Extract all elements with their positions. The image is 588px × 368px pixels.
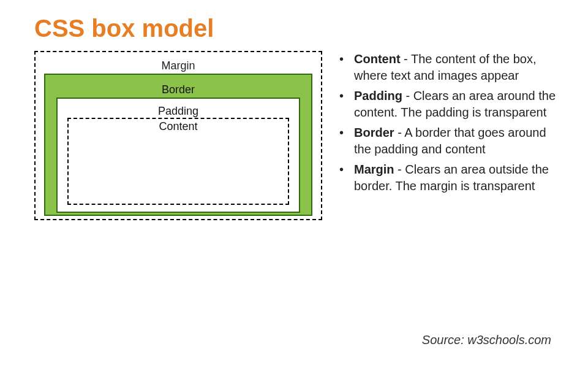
box-model-diagram: Margin Border Padding Content [34,51,322,220]
definition-item: Border - A border that goes around the p… [352,125,564,158]
page-title: CSS box model [0,0,588,42]
border-label: Border [56,83,300,96]
definitions-list: Content - The content of the box, where … [337,51,564,220]
padding-label: Padding [67,105,289,118]
main-content: Margin Border Padding Content Content - … [0,42,588,220]
definition-term: Padding [354,89,402,102]
definition-item: Margin - Clears an area outside the bord… [352,161,564,194]
margin-label: Margin [44,59,312,72]
definition-term: Content [354,52,401,66]
border-box: Border Padding Content [44,74,312,216]
definition-term: Margin [354,163,394,176]
content-label: Content [69,120,288,133]
definition-term: Border [354,126,394,139]
definition-item: Padding - Clears an area around the cont… [352,88,564,121]
padding-box: Padding Content [56,98,300,213]
content-box: Content [67,118,289,205]
source-attribution: Source: w3schools.com [422,333,551,347]
definition-item: Content - The content of the box, where … [352,51,564,84]
margin-box: Margin Border Padding Content [34,51,322,220]
